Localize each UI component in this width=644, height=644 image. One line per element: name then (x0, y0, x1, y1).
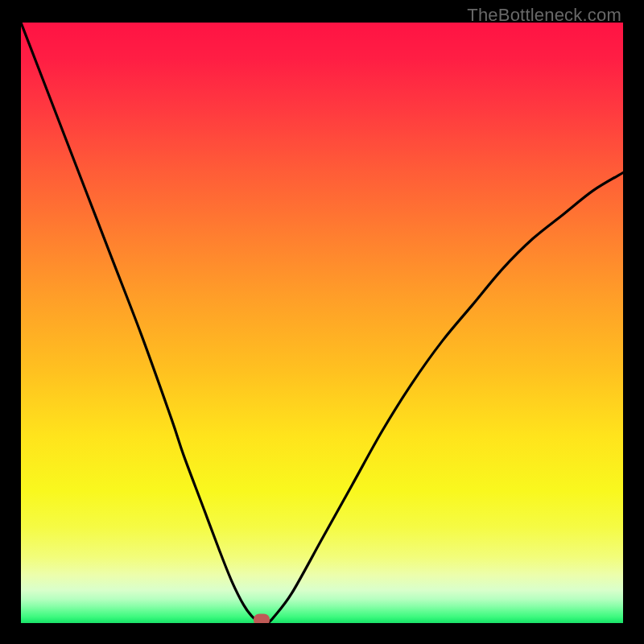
plot-area (21, 23, 623, 623)
chart-container: TheBottleneck.com (0, 0, 644, 644)
bottleneck-curve (21, 23, 623, 623)
watermark-text: TheBottleneck.com (467, 5, 621, 26)
optimal-point-marker (254, 614, 270, 624)
